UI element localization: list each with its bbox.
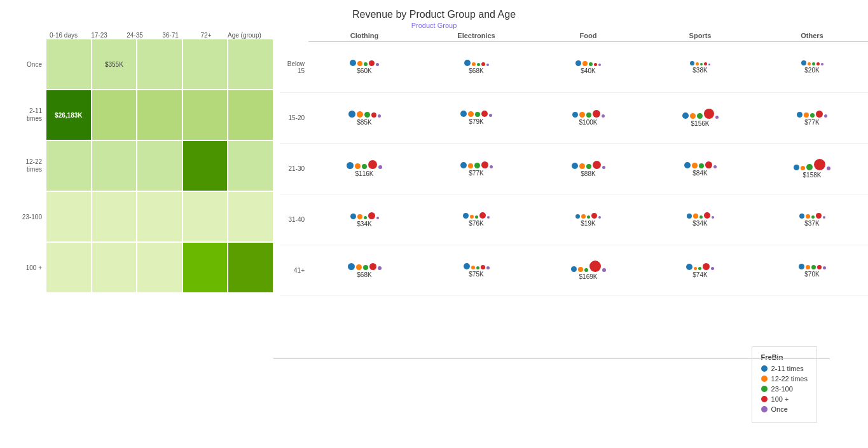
bubble-value: $75K [469, 271, 483, 278]
bubble-row-label: 31-40 [280, 216, 308, 223]
legend-items: 2-11 times12-22 times23-100100 +Once [761, 365, 808, 413]
bubble-dot [468, 111, 474, 117]
heatmap-section: 0-16 days 17-23 24-35 36-71 72+ Age (gro… [0, 32, 273, 296]
bubble-value: $70K [804, 271, 819, 278]
bubble-dot [477, 63, 480, 66]
bubble-value: $74K [692, 271, 707, 278]
heatmap-cell-4-0 [46, 242, 92, 293]
bubble-dots [572, 161, 605, 169]
bubble-dot [357, 61, 362, 66]
bubble-dots [571, 261, 606, 272]
bubble-cell: $38K [644, 60, 756, 74]
bubble-cell: $40K [532, 60, 644, 74]
legend-label: 100 + [771, 395, 789, 403]
bubble-dot [806, 214, 810, 219]
bubble-dot [684, 162, 691, 168]
bubble-dot [350, 60, 356, 66]
dashboard-container: Revenue by Product Group and Age Product… [0, 0, 868, 448]
bubble-col-sports: Sports [644, 32, 756, 42]
bubble-dot [582, 61, 588, 66]
bubble-col-others: Others [756, 32, 868, 42]
bubble-dots [575, 60, 601, 66]
bubble-dot [591, 213, 597, 219]
bubble-value: $85K [357, 119, 371, 126]
heatmap-cell-3-4 [228, 191, 273, 242]
bubble-cols: $68K$75K$169K$74K$70K [308, 261, 868, 280]
bubble-dot [348, 263, 355, 270]
bubble-section: Clothing Electronics Food Sports Others … [273, 32, 868, 296]
bubble-dot [486, 266, 490, 269]
bubble-dot [806, 265, 810, 269]
bubble-col-food: Food [532, 32, 644, 42]
bubble-value: $79K [469, 118, 483, 125]
bubble-dot [586, 112, 591, 118]
legend-item: Once [761, 405, 808, 413]
bubble-dots [350, 60, 379, 66]
bubble-dots [347, 160, 382, 169]
bubble-dot [708, 64, 710, 65]
bubble-dot [579, 163, 585, 169]
bubble-cell: $85K [308, 109, 420, 127]
heatmap-cell-1-3 [183, 90, 228, 140]
bubble-dot [474, 163, 480, 168]
bubble-row: 31-40$34K$76K$19K$34K$37K [280, 194, 868, 245]
bubble-dot [817, 265, 822, 269]
bubble-dot [713, 165, 717, 168]
bubble-dot [682, 112, 689, 119]
legend-title: FreBin [761, 353, 808, 361]
bubble-dot [598, 216, 601, 219]
bubble-dot [479, 212, 486, 219]
bubble-row: 15-20$85K$79K$100K$156K$77K [280, 93, 868, 144]
bubble-dots [350, 212, 379, 219]
legend-item: 2-11 times [761, 365, 808, 372]
bubble-dot [806, 164, 813, 170]
bubble-value: $158K [803, 172, 822, 179]
bubble-dots [686, 263, 714, 270]
bubble-dot [602, 268, 606, 272]
bubble-cell: $37K [756, 212, 868, 227]
bubble-cell: $158K [756, 159, 868, 179]
bubble-cell: $88K [532, 159, 644, 179]
bubble-row-label: 15-20 [280, 114, 308, 121]
bubble-dots [690, 61, 710, 65]
bubble-cols: $116K$77K$88K$84K$158K [308, 159, 868, 179]
legend-label: Once [771, 405, 788, 413]
bubble-cols: $60K$68K$40K$38K$20K [308, 60, 868, 74]
bubble-dot [692, 163, 698, 168]
bubble-cell: $76K [420, 212, 532, 227]
product-group-label: Product Group [0, 22, 868, 29]
bubble-cell: $60K [308, 60, 420, 74]
bubble-value: $34K [692, 220, 707, 227]
bubble-dots [801, 60, 823, 65]
bubble-dot [705, 161, 712, 168]
bubble-dots [348, 111, 381, 118]
bubble-dot [799, 214, 804, 219]
bubble-dots [682, 109, 719, 119]
bubble-dot [481, 265, 485, 269]
bubble-dot [823, 266, 826, 269]
bubble-dot [804, 112, 809, 118]
bubble-dot [801, 166, 805, 170]
bubble-dot [364, 216, 367, 219]
bubble-dot [602, 166, 605, 169]
heatmap-cell-0-3 [183, 39, 228, 90]
age-group-label: Age (group) [228, 32, 261, 39]
bubble-cell: $70K [756, 261, 868, 280]
legend-label: 23-100 [771, 385, 793, 393]
bubble-dot [589, 261, 601, 272]
bubble-dot [476, 266, 479, 269]
bubble-value: $84K [692, 170, 707, 177]
bubble-dot [472, 62, 476, 66]
bubble-dot [470, 215, 474, 219]
bubble-dot [696, 62, 699, 65]
bubble-dot [376, 217, 379, 219]
bubble-dots [575, 213, 601, 219]
bubble-dot [378, 266, 382, 270]
bubble-dot [348, 111, 355, 118]
legend-item: 23-100 [761, 385, 808, 393]
heatmap-cell-1-4 [228, 90, 273, 140]
bubble-dot [593, 110, 600, 118]
bubble-dot [584, 268, 588, 272]
bubble-dot [362, 164, 367, 169]
heatmap-cell-4-4 [228, 242, 273, 293]
